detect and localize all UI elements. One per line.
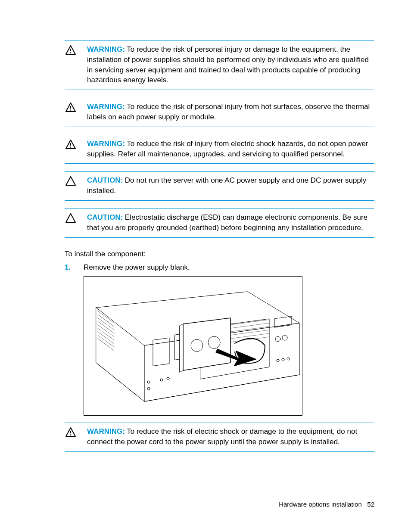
step-number: 1. (65, 262, 84, 273)
svg-point-21 (70, 434, 72, 436)
warning-icon (65, 45, 77, 55)
warning-callout: WARNING: To reduce the risk of personal … (65, 40, 374, 90)
warning-callout: WARNING: To reduce the risk of personal … (65, 98, 374, 127)
page-footer: Hardware options installation 52 (279, 500, 374, 509)
callout-text: WARNING: To reduce the risk of electric … (87, 426, 374, 447)
caution-callout: CAUTION: Electrostatic discharge (ESD) c… (65, 208, 374, 238)
server-diagram (84, 276, 302, 416)
callout-text: WARNING: To reduce the risk of personal … (87, 102, 374, 122)
callout-text: CAUTION: Electrostatic discharge (ESD) c… (87, 212, 374, 233)
caution-icon (65, 213, 77, 223)
warning-icon (65, 103, 77, 112)
caution-callout: CAUTION: Do not run the server with one … (65, 171, 374, 201)
warning-icon (65, 427, 77, 437)
callout-text: CAUTION: Do not run the server with one … (87, 175, 374, 196)
callout-text: WARNING: To reduce the risk of personal … (87, 44, 374, 85)
step-text: Remove the power supply blank. (84, 262, 190, 273)
instruction-intro: To install the component: (65, 249, 374, 259)
callout-text: WARNING: To reduce the risk of injury fr… (87, 139, 374, 159)
svg-point-1 (70, 52, 72, 53)
step-item: 1. Remove the power supply blank. (65, 262, 374, 273)
warning-callout: WARNING: To reduce the risk of electric … (65, 423, 374, 452)
svg-point-3 (70, 109, 72, 111)
warning-callout: WARNING: To reduce the risk of injury fr… (65, 135, 374, 164)
warning-icon (65, 140, 77, 149)
caution-icon (65, 176, 77, 186)
svg-point-5 (70, 146, 72, 148)
